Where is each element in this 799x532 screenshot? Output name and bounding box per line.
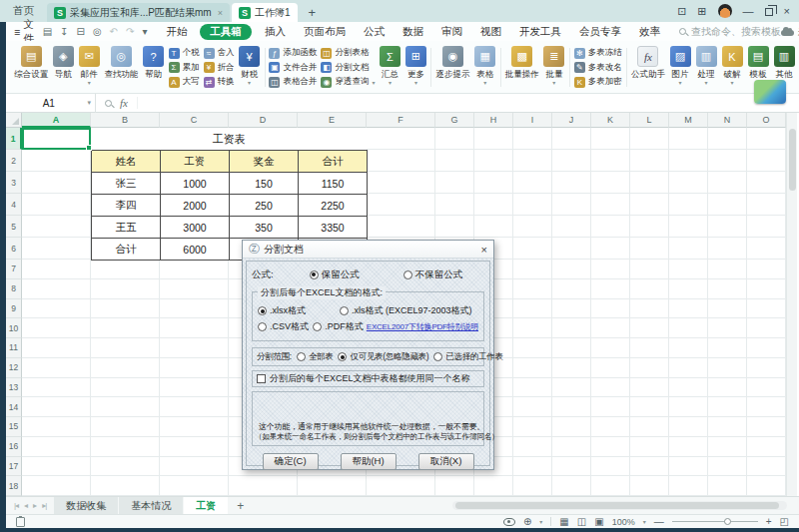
- help-button[interactable]: ?帮助: [141, 43, 167, 92]
- xlsx-format-radio[interactable]: .xlsx格式: [258, 304, 340, 317]
- sheet-nav-prev-icon[interactable]: ◂: [21, 501, 30, 510]
- more-tools-button[interactable]: ⊞更多▾: [402, 43, 428, 92]
- user-avatar[interactable]: [718, 4, 732, 18]
- menu-tab-dev-tools[interactable]: 开发工具: [510, 25, 570, 39]
- column-header-A[interactable]: A: [22, 113, 91, 128]
- selection-mode-icon[interactable]: [16, 517, 25, 527]
- export-icon[interactable]: ↧: [60, 26, 68, 37]
- minimize-button[interactable]: —: [743, 6, 754, 17]
- zoom-slider[interactable]: [672, 516, 758, 527]
- smart-toolbox-icon[interactable]: ⊕: [523, 517, 531, 527]
- column-header-G[interactable]: G: [435, 113, 474, 128]
- menu-tab-page-layout[interactable]: 页面布局: [295, 25, 355, 39]
- horizontal-scroll-thumb[interactable]: [455, 502, 779, 509]
- column-header-J[interactable]: J: [552, 113, 591, 128]
- sheet-tab-salary[interactable]: 工资: [184, 497, 228, 514]
- process-tools-button[interactable]: ▥处理▾: [693, 43, 719, 92]
- column-header-H[interactable]: H: [474, 113, 513, 128]
- column-header-D[interactable]: D: [229, 113, 298, 128]
- insert-function-icon[interactable]: fx: [120, 97, 128, 109]
- mail-button[interactable]: ✉邮件▾: [76, 43, 102, 92]
- document-tab-1[interactable]: S 采集应用宝和库...P匹配结果mm ×: [47, 3, 230, 22]
- menu-tab-formula[interactable]: 公式: [355, 25, 394, 39]
- column-header-L[interactable]: L: [630, 113, 669, 128]
- column-header-C[interactable]: C: [160, 113, 229, 128]
- sheet-tab-basic-info[interactable]: 基本情况: [119, 497, 183, 514]
- eye-icon[interactable]: [503, 518, 515, 526]
- same-name-option[interactable]: 分割后的每个EXCEL文档中表格都使用同一个名称: [252, 370, 484, 387]
- document-tab-active[interactable]: S 工作簿1: [232, 3, 298, 22]
- currency-convert-button[interactable]: ¥折合: [204, 61, 235, 75]
- zoom-level[interactable]: 100%: [612, 517, 635, 527]
- new-tab-button[interactable]: +: [300, 5, 326, 22]
- print-icon[interactable]: ⊟: [76, 26, 84, 37]
- assistant-widget-icon[interactable]: [754, 80, 786, 104]
- row-header-18[interactable]: 18: [6, 476, 22, 496]
- unit-convert-button[interactable]: ⇄转换: [204, 75, 235, 89]
- row-header-9[interactable]: 9: [6, 299, 22, 319]
- batch-operation-button[interactable]: ▩批量操作: [503, 43, 541, 92]
- dialog-title-bar[interactable]: Ⓩ 分割文档 ×: [243, 241, 493, 259]
- merge-files-button[interactable]: ▣文件合并: [269, 61, 317, 75]
- crack-tools-button[interactable]: K破解▾: [719, 43, 745, 92]
- same-name-checkbox[interactable]: [257, 374, 266, 383]
- menu-tab-data[interactable]: 数据: [394, 25, 432, 39]
- add-sheet-button[interactable]: +: [229, 499, 252, 513]
- formula-helper-button[interactable]: fx公式助手: [629, 43, 667, 92]
- name-box[interactable]: A1 ▾: [6, 94, 96, 113]
- row-header-13[interactable]: 13: [6, 378, 22, 398]
- row-header-3[interactable]: 3: [6, 172, 22, 194]
- batch-button[interactable]: ≣批量▾: [541, 43, 567, 92]
- keep-formula-radio[interactable]: 保留公式: [310, 268, 360, 281]
- discard-formula-radio[interactable]: 不保留公式: [403, 268, 463, 281]
- row-header-10[interactable]: 10: [6, 318, 22, 338]
- command-search[interactable]: 查找命令、搜索模板: [679, 25, 781, 39]
- magnifier-icon[interactable]: [105, 100, 112, 107]
- uppercase-amount-button[interactable]: A大写: [169, 75, 200, 89]
- menu-tab-insert[interactable]: 插入: [256, 25, 295, 39]
- vertical-scrollbar[interactable]: [786, 113, 797, 496]
- undo-icon[interactable]: ↶: [110, 26, 118, 37]
- sheet-nav-first-icon[interactable]: |◂: [11, 501, 21, 510]
- sheet-nav-next-icon[interactable]: ▸: [30, 501, 39, 510]
- split-table-button[interactable]: ◫分割表格: [321, 46, 375, 60]
- row-header-1[interactable]: 1: [6, 128, 22, 150]
- row-header-15[interactable]: 15: [6, 417, 22, 437]
- finance-tax-button[interactable]: ¥财税▾: [237, 43, 263, 92]
- layout-switch-icon[interactable]: ⊡: [677, 6, 686, 17]
- column-header-N[interactable]: N: [708, 113, 747, 128]
- menu-tab-view[interactable]: 视图: [471, 25, 510, 39]
- menu-tab-vip[interactable]: 会员专享: [570, 25, 630, 39]
- round-off-button[interactable]: ≈舍入: [204, 46, 235, 60]
- horizontal-scrollbar[interactable]: [452, 501, 787, 510]
- close-tab-icon[interactable]: ×: [216, 8, 223, 18]
- page-break-view-icon[interactable]: ▣: [594, 517, 603, 527]
- range-visible-radio[interactable]: 仅可见表(忽略隐藏表): [338, 351, 428, 363]
- print-preview-icon[interactable]: ◎: [93, 26, 102, 37]
- accumulate-button[interactable]: Σ累加: [169, 61, 200, 75]
- row-header-11[interactable]: 11: [6, 338, 22, 358]
- range-all-radio[interactable]: 全部表: [297, 351, 334, 363]
- restore-button[interactable]: [765, 8, 773, 16]
- ok-button[interactable]: 确定(C): [263, 453, 319, 470]
- range-selected-radio[interactable]: 已选择的工作表: [433, 351, 502, 363]
- smart-toolbox-caret-icon[interactable]: ▾: [539, 518, 542, 525]
- close-window-button[interactable]: ×: [784, 6, 790, 17]
- row-header-17[interactable]: 17: [6, 457, 22, 477]
- column-header-I[interactable]: I: [513, 113, 552, 128]
- sheet-nav-last-icon[interactable]: ▸|: [39, 501, 49, 510]
- row-header-4[interactable]: 4: [6, 194, 22, 216]
- menu-tab-toolbox[interactable]: 工具箱: [200, 24, 252, 40]
- column-header-O[interactable]: O: [747, 113, 786, 128]
- csv-format-radio[interactable]: .CSV格式: [258, 320, 313, 333]
- row-header-14[interactable]: 14: [6, 397, 22, 417]
- app-grid-icon[interactable]: ⊞: [697, 6, 706, 17]
- rename-sheets-button[interactable]: ✎多表改名: [574, 61, 622, 75]
- xls-format-radio[interactable]: .xls格式 (EXCEL97-2003格式): [340, 304, 472, 317]
- column-header-M[interactable]: M: [669, 113, 708, 128]
- cloud-status-button[interactable]: 未上云: [781, 25, 799, 39]
- zoom-out-button[interactable]: —: [654, 517, 664, 527]
- column-header-B[interactable]: B: [91, 113, 160, 128]
- step-hint-button[interactable]: ◉逐步提示: [433, 43, 471, 92]
- normal-view-icon[interactable]: ▦: [559, 517, 568, 527]
